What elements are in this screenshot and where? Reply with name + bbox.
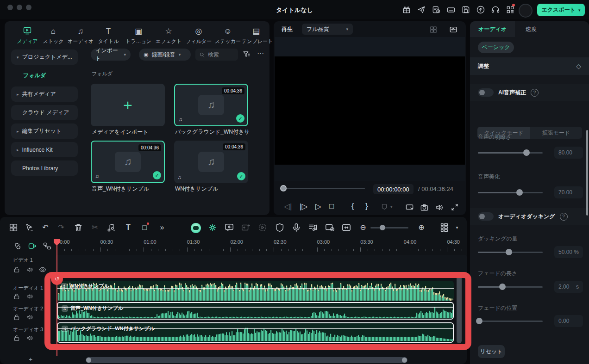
search-input[interactable]: 検索 (195, 49, 238, 61)
mask-shield-icon[interactable] (275, 222, 285, 233)
mark-in-button[interactable]: { (351, 202, 354, 211)
split-scissors-icon[interactable]: ✂ (90, 222, 100, 233)
avatar[interactable] (519, 4, 533, 18)
import-dropdown[interactable]: インポート ▾ (91, 49, 131, 61)
slider-value[interactable]: 2.00s (554, 281, 583, 293)
sidebar-item-edit-presets[interactable]: ▸ 編集プリセット (11, 123, 78, 139)
step-forward-button[interactable]: |▷ (300, 202, 308, 211)
track-height-icon[interactable] (439, 222, 449, 233)
promo-icon[interactable] (417, 5, 426, 14)
audio-scope-icon[interactable] (449, 25, 458, 34)
screen-record-icon[interactable] (325, 222, 335, 233)
ai-enhance-toggle[interactable] (478, 88, 494, 97)
lock-icon[interactable] (13, 266, 20, 273)
filter-funnel-icon[interactable] (242, 50, 251, 58)
more-options-icon[interactable]: ⋯ (257, 49, 264, 57)
apps-grid-icon[interactable] (506, 5, 515, 14)
crop-tool-icon[interactable]: □ (139, 222, 150, 233)
lock-icon[interactable] (13, 334, 20, 342)
seek-bar[interactable] (282, 188, 365, 189)
lock-icon[interactable] (13, 314, 20, 321)
smart-scene-icon[interactable] (207, 222, 218, 233)
upload-icon[interactable] (476, 5, 485, 14)
sidebar-item-photos-library[interactable]: Photos Library (11, 160, 78, 176)
mute-speaker-icon[interactable] (26, 293, 33, 300)
import-media-card[interactable]: + (91, 84, 165, 126)
tab-title[interactable]: T タイトル (94, 26, 123, 45)
panel-scrollbar[interactable] (586, 130, 588, 216)
ducking-amount-slider[interactable] (478, 252, 543, 253)
snapshot-camera-icon[interactable] (420, 203, 429, 212)
gift-icon[interactable] (402, 5, 411, 14)
chevron-down-icon[interactable]: ▾ (452, 222, 462, 233)
ai-copilot-icon[interactable] (191, 223, 201, 233)
media-item-background[interactable]: ♫ 00:04:36 ♫ ✓ (174, 84, 248, 126)
timeline-zoom-knob[interactable] (380, 225, 385, 230)
auto-ripple-icon[interactable] (27, 241, 38, 251)
zoom-in-icon[interactable]: ⊕ (416, 222, 426, 233)
export-button[interactable]: エクスポート ▾ (537, 4, 585, 16)
stop-button[interactable]: □ (329, 202, 334, 211)
tab-effects[interactable]: ☆ エフェクト (154, 26, 183, 45)
extended-mode-button[interactable]: 拡張モード (530, 127, 582, 139)
slider-value[interactable]: 80.00 (554, 147, 583, 159)
basic-pill[interactable]: ベーシック (478, 42, 514, 53)
layout-grid-icon[interactable] (8, 222, 19, 233)
previous-frame-button[interactable]: ◁| (284, 202, 292, 211)
tab-transition[interactable]: ▣ トラ…ョン (124, 26, 153, 45)
voice-beautify-slider[interactable] (478, 192, 543, 193)
delete-icon[interactable] (73, 222, 83, 233)
sidebar-item-project-media[interactable]: ▾ プロジェクトメデ... (11, 49, 78, 65)
sidebar-item-cloud-media[interactable]: クラウド メディア (11, 105, 78, 120)
sidebar-item-folder[interactable]: フォルダ (23, 72, 46, 80)
voice-clarity-slider[interactable] (478, 152, 543, 154)
audio-stretch-icon[interactable] (106, 222, 116, 233)
mute-speaker-icon[interactable] (26, 314, 33, 321)
tab-audio-properties[interactable]: オーディオ (470, 21, 515, 37)
tab-templates[interactable]: ▤ テンプレート (242, 26, 270, 45)
audio-ducking-toggle[interactable] (478, 212, 494, 221)
adjust-row[interactable]: 調整 ◇ (470, 57, 589, 75)
record-dropdown[interactable]: ◉ 録画/録音 ▾ (139, 49, 191, 61)
media-item-voice[interactable]: ♫ 00:04:36 ♫ ✓ (91, 141, 165, 183)
add-clip-icon[interactable] (241, 222, 251, 233)
reset-button[interactable]: リセット (478, 345, 505, 358)
lock-icon[interactable] (13, 293, 20, 300)
add-track-button[interactable]: + (29, 356, 32, 363)
mark-out-button[interactable]: } (365, 202, 368, 211)
help-icon[interactable]: ? (560, 213, 568, 221)
slider-value[interactable]: 70.00 (554, 186, 583, 198)
chevron-down-icon[interactable]: ▾ (390, 204, 393, 209)
undo-icon[interactable]: ↶ (40, 222, 50, 233)
keyboard-icon[interactable] (446, 5, 456, 14)
marker-icon[interactable] (380, 203, 388, 211)
mute-speaker-icon[interactable] (26, 334, 33, 342)
tab-stickers[interactable]: ☺ ステッカー (213, 26, 242, 45)
scroll-handle-right[interactable] (402, 358, 407, 363)
slider-value[interactable]: 50.00% (554, 246, 583, 258)
fit-timeline-icon[interactable] (341, 222, 351, 233)
display-device-icon[interactable] (405, 203, 414, 212)
support-icon[interactable] (491, 5, 500, 14)
text-tool-icon[interactable]: T (123, 222, 133, 233)
seek-knob[interactable] (280, 185, 287, 191)
select-cursor-icon[interactable] (24, 222, 34, 233)
tab-media[interactable]: メディア (13, 26, 42, 45)
timeline-ruler[interactable]: 00:0000:3001:0001:3002:0002:3003:0003:30… (56, 239, 467, 253)
fullscreen-icon[interactable] (451, 203, 459, 211)
render-preview-icon[interactable] (257, 222, 268, 233)
tab-speed-properties[interactable]: 速度 (515, 21, 547, 37)
voice-clip-icon[interactable] (224, 222, 234, 233)
fade-position-slider[interactable] (478, 321, 543, 322)
tab-filters[interactable]: ◎ フィルター (184, 26, 213, 45)
track-manager-icon[interactable] (42, 241, 52, 251)
sidebar-item-influence-kit[interactable]: ▸ Influence Kit (11, 142, 78, 157)
timeline-horizontal-scrollbar[interactable] (86, 357, 407, 363)
record-voiceover-icon[interactable] (291, 222, 301, 233)
scroll-handle-left[interactable] (86, 358, 91, 363)
save-icon[interactable] (461, 5, 470, 14)
help-icon[interactable]: ? (531, 89, 539, 97)
eye-icon[interactable] (39, 266, 46, 273)
tab-stock[interactable]: ⌂ ストック (39, 26, 68, 45)
unlink-clips-icon[interactable] (13, 241, 23, 251)
